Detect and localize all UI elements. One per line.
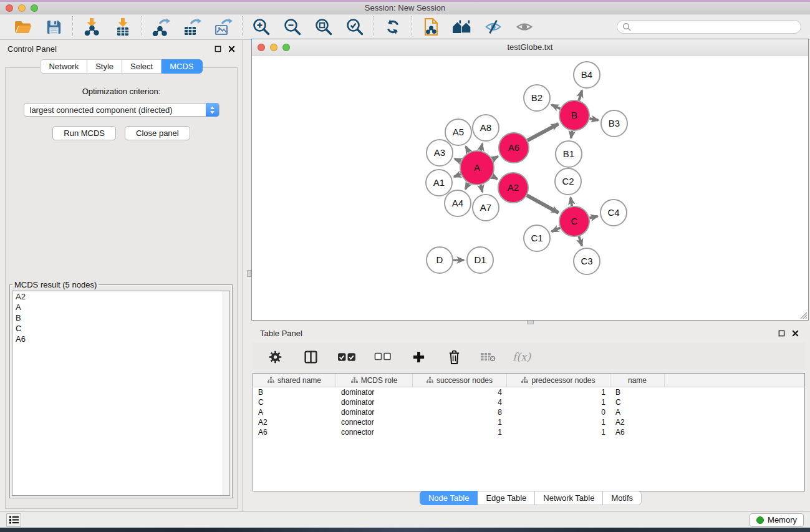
tab-edge-table[interactable]: Edge Table xyxy=(478,491,535,505)
export-image-icon[interactable] xyxy=(213,17,233,37)
houses-icon[interactable] xyxy=(452,17,472,37)
cell-shared-name[interactable]: A xyxy=(253,408,336,417)
export-table-icon[interactable] xyxy=(182,17,202,37)
cell-predecessor-nodes[interactable]: 1 xyxy=(507,398,610,407)
network-graph[interactable]: B4B2BB3A5A8A6B1A3AC2A1A2A4A7C4CC1DD1C3 xyxy=(252,56,803,320)
graph-edge-B-B4[interactable] xyxy=(579,90,582,100)
search-box[interactable] xyxy=(617,20,801,34)
cell-successor-nodes[interactable]: 1 xyxy=(413,418,507,427)
select-all-columns-icon[interactable] xyxy=(336,347,357,367)
column-header-shared-name[interactable]: shared name xyxy=(253,374,336,387)
column-header-successor-nodes[interactable]: successor nodes xyxy=(413,374,507,387)
table-row-A6[interactable]: A6connector11A6 xyxy=(253,427,804,437)
cell-MCDS-role[interactable]: dominator xyxy=(336,408,413,417)
cell-shared-name[interactable]: A6 xyxy=(253,428,336,437)
graph-edge-A6-B[interactable] xyxy=(528,124,558,140)
save-session-icon[interactable] xyxy=(44,17,64,37)
eye-icon[interactable] xyxy=(514,17,534,37)
cell-successor-nodes[interactable]: 1 xyxy=(413,428,507,437)
result-item[interactable]: C xyxy=(12,323,229,334)
column-header-MCDS-role[interactable]: MCDS role xyxy=(336,374,413,387)
search-input[interactable] xyxy=(632,22,796,31)
run-mcds-button[interactable]: Run MCDS xyxy=(52,126,116,140)
zoom-out-icon[interactable] xyxy=(282,17,302,37)
graph-node-A1[interactable]: A1 xyxy=(426,170,452,196)
window-resize-grip[interactable] xyxy=(799,311,808,319)
cell-MCDS-role[interactable]: connector xyxy=(336,428,413,437)
graph-edge-C-C1[interactable] xyxy=(552,228,560,231)
graph-edge-A-A6[interactable] xyxy=(493,157,498,160)
tab-network-table[interactable]: Network Table xyxy=(535,491,603,505)
deselect-all-columns-icon[interactable] xyxy=(373,347,393,367)
function-builder-icon[interactable]: f(x) xyxy=(513,351,531,363)
cell-shared-name[interactable]: C xyxy=(253,398,336,407)
graph-node-B1[interactable]: B1 xyxy=(556,141,582,167)
graph-node-B3[interactable]: B3 xyxy=(601,110,627,137)
create-column-plus-icon[interactable] xyxy=(408,347,428,367)
cell-successor-nodes[interactable]: 8 xyxy=(413,408,507,417)
graph-edge-A2-C[interactable] xyxy=(527,195,559,213)
graph-node-D1[interactable]: D1 xyxy=(467,247,493,273)
cell-name[interactable]: A2 xyxy=(610,418,665,427)
tab-mcds[interactable]: MCDS xyxy=(162,59,202,74)
optimization-criterion-select[interactable]: largest connected component (directed) xyxy=(24,103,219,117)
apply-layout-icon[interactable] xyxy=(383,17,403,37)
graph-node-A6[interactable]: A6 xyxy=(499,133,529,163)
result-scrollbar[interactable] xyxy=(223,291,229,495)
cell-predecessor-nodes[interactable]: 1 xyxy=(507,418,610,427)
graph-node-A4[interactable]: A4 xyxy=(445,190,471,216)
graph-edge-B-B1[interactable] xyxy=(571,131,572,138)
cell-name[interactable]: C xyxy=(610,398,665,407)
close-panel-icon[interactable] xyxy=(228,46,235,52)
cell-predecessor-nodes[interactable]: 0 xyxy=(507,408,610,417)
graph-node-C4[interactable]: C4 xyxy=(600,200,627,226)
open-session-icon[interactable] xyxy=(12,17,32,37)
tab-node-table[interactable]: Node Table xyxy=(420,491,478,505)
tab-motifs[interactable]: Motifs xyxy=(603,491,642,505)
cell-successor-nodes[interactable]: 4 xyxy=(413,388,507,397)
cell-predecessor-nodes[interactable]: 1 xyxy=(507,388,610,397)
graph-node-A3[interactable]: A3 xyxy=(427,140,453,166)
table-header-row[interactable]: shared nameMCDS rolesuccessor nodesprede… xyxy=(253,374,804,387)
graph-edge-C-C2[interactable] xyxy=(571,198,572,206)
graph-node-C2[interactable]: C2 xyxy=(555,168,581,195)
column-mode-icon[interactable] xyxy=(301,347,321,367)
zoom-selected-icon[interactable] xyxy=(345,17,365,37)
graph-node-C1[interactable]: C1 xyxy=(524,225,550,251)
graph-node-B2[interactable]: B2 xyxy=(524,85,550,111)
cell-MCDS-role[interactable]: dominator xyxy=(336,398,413,407)
tab-network[interactable]: Network xyxy=(40,59,87,74)
cell-predecessor-nodes[interactable]: 1 xyxy=(507,428,610,437)
tab-style[interactable]: Style xyxy=(87,59,122,74)
export-network-icon[interactable] xyxy=(151,17,171,37)
graph-edge-A-A7[interactable] xyxy=(481,185,482,191)
result-item[interactable]: A xyxy=(12,302,229,312)
cell-name[interactable]: B xyxy=(610,388,665,397)
graph-edge-C-C3[interactable] xyxy=(579,236,582,246)
task-history-button[interactable] xyxy=(6,513,21,527)
graph-edge-A-A1[interactable] xyxy=(454,174,461,177)
graph-edge-A-A5[interactable] xyxy=(466,147,469,152)
tab-select[interactable]: Select xyxy=(122,59,162,74)
cell-MCDS-role[interactable]: dominator xyxy=(336,388,413,397)
graph-node-D[interactable]: D xyxy=(427,247,453,273)
cell-shared-name[interactable]: A2 xyxy=(253,418,336,427)
graph-node-A[interactable]: A xyxy=(460,151,494,185)
graph-node-A2[interactable]: A2 xyxy=(498,173,528,203)
graph-node-B[interactable]: B xyxy=(559,100,589,130)
table-settings-gear-icon[interactable] xyxy=(265,347,285,367)
graph-edge-C-C4[interactable] xyxy=(589,216,597,218)
node-table[interactable]: shared nameMCDS rolesuccessor nodesprede… xyxy=(253,373,805,491)
import-table-icon[interactable] xyxy=(113,17,133,37)
column-header-name[interactable]: name xyxy=(610,374,665,387)
table-row-A2[interactable]: A2connector11A2 xyxy=(253,417,804,427)
zoom-in-icon[interactable] xyxy=(251,17,271,37)
graph-node-C[interactable]: C xyxy=(559,206,589,236)
graph-node-B4[interactable]: B4 xyxy=(574,62,600,88)
result-item[interactable]: A6 xyxy=(12,334,229,344)
close-panel-button[interactable]: Close panel xyxy=(125,126,190,140)
zoom-fit-icon[interactable] xyxy=(314,17,334,37)
column-header-predecessor-nodes[interactable]: predecessor nodes xyxy=(507,374,610,387)
import-network-icon[interactable] xyxy=(82,17,102,37)
memory-button[interactable]: Memory xyxy=(750,513,804,527)
